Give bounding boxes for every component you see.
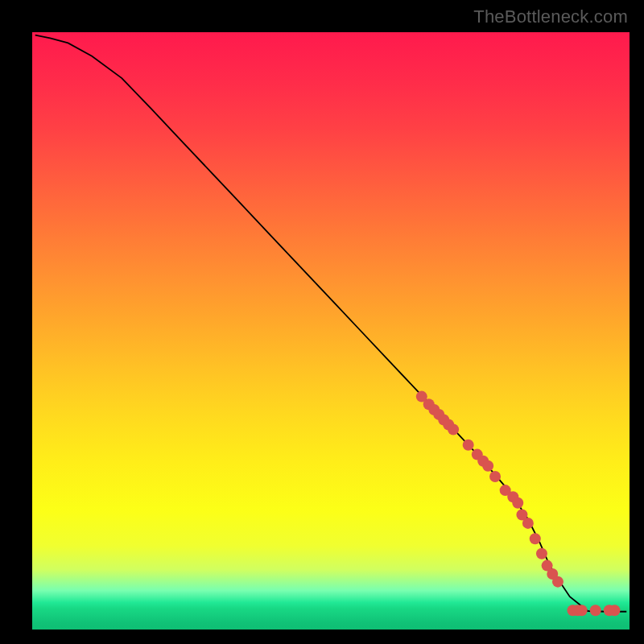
- data-point-marker: [489, 471, 501, 482]
- data-point-marker: [463, 440, 474, 451]
- data-points-group: [416, 391, 621, 617]
- bottleneck-curve: [35, 35, 627, 612]
- data-point-marker: [522, 518, 534, 529]
- data-point-marker: [609, 605, 620, 616]
- chart-overlay-svg: [32, 32, 630, 630]
- data-point-marker: [576, 605, 588, 616]
- watermark-text: TheBottleneck.com: [473, 6, 628, 27]
- chart-stage: TheBottleneck.com: [0, 0, 644, 644]
- data-point-marker: [482, 460, 493, 472]
- data-point-marker: [536, 548, 547, 559]
- data-point-marker: [448, 423, 459, 435]
- data-point-marker: [552, 576, 564, 588]
- data-point-marker: [512, 497, 523, 509]
- plot-area: [32, 32, 630, 630]
- data-point-marker: [530, 533, 541, 544]
- data-point-marker: [590, 605, 601, 616]
